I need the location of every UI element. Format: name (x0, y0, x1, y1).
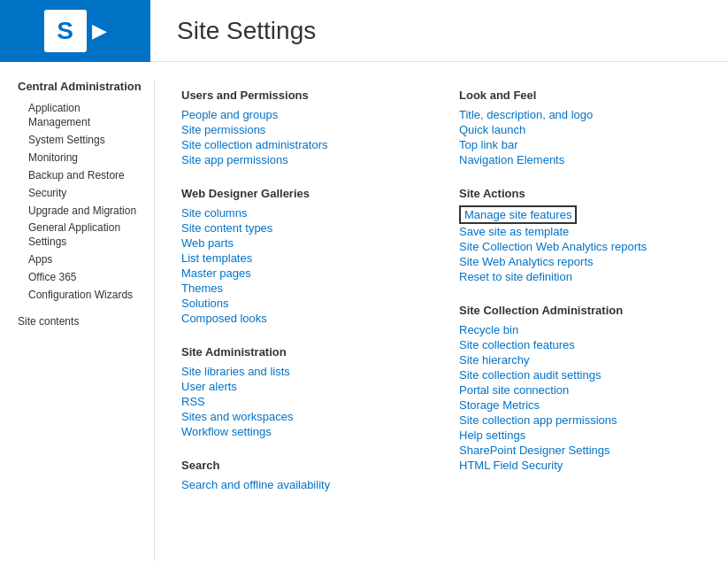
section-site-actions: Site Actions Manage site features Save s… (459, 187, 701, 284)
link-site-content-types[interactable]: Site content types (181, 220, 424, 235)
sidebar-item-system-settings[interactable]: System Settings (18, 131, 145, 149)
section-site-administration: Site Administration Site libraries and l… (181, 345, 424, 439)
link-save-site-template[interactable]: Save site as template (459, 224, 701, 239)
link-site-collection-admins[interactable]: Site collection administrators (181, 137, 424, 152)
header: S ▶ Site Settings (0, 0, 728, 62)
link-recycle-bin[interactable]: Recycle bin (459, 322, 701, 337)
section-title-web-designer: Web Designer Galleries (181, 187, 424, 200)
logo-block: S ▶ (0, 0, 150, 62)
link-site-hierarchy[interactable]: Site hierarchy (459, 352, 701, 367)
link-search-offline[interactable]: Search and offline availability (181, 477, 424, 492)
link-site-web-analytics[interactable]: Site Web Analytics reports (459, 254, 701, 269)
link-html-field-security[interactable]: HTML Field Security (459, 458, 701, 473)
page-title: Site Settings (150, 17, 316, 45)
link-site-collection-features[interactable]: Site collection features (459, 337, 701, 352)
section-site-collection-admin: Site Collection Administration Recycle b… (459, 304, 701, 473)
sidebar: Central Administration Application Manag… (0, 80, 155, 561)
link-site-libraries-lists[interactable]: Site libraries and lists (181, 364, 424, 379)
link-manage-site-features[interactable]: Manage site features (459, 205, 577, 224)
section-title-site-admin: Site Administration (181, 345, 424, 359)
link-people-groups[interactable]: People and groups (181, 107, 424, 122)
link-list-templates[interactable]: List templates (181, 251, 424, 266)
link-quick-launch[interactable]: Quick launch (459, 122, 701, 137)
sidebar-item-config-wizards[interactable]: Configuration Wizards (18, 286, 145, 304)
main-container: Central Administration Application Manag… (0, 62, 728, 579)
col2: Look and Feel Title, description, and lo… (459, 89, 701, 512)
section-title-look-feel: Look and Feel (459, 89, 701, 102)
link-site-permissions[interactable]: Site permissions (181, 122, 424, 137)
section-web-designer-galleries: Web Designer Galleries Site columns Site… (181, 187, 424, 326)
section-title-site-collection-admin: Site Collection Administration (459, 304, 701, 317)
link-master-pages[interactable]: Master pages (181, 266, 424, 281)
link-sharepoint-designer-settings[interactable]: SharePoint Designer Settings (459, 443, 701, 458)
link-site-collection-web-analytics[interactable]: Site Collection Web Analytics reports (459, 239, 701, 254)
link-rss[interactable]: RSS (181, 394, 424, 409)
sidebar-heading: Central Administration (18, 80, 145, 93)
sidebar-item-general-app-settings[interactable]: General Application Settings (18, 220, 145, 251)
link-storage-metrics[interactable]: Storage Metrics (459, 398, 701, 413)
sidebar-item-backup-restore[interactable]: Backup and Restore (18, 166, 145, 184)
logo-arrow-icon: ▶ (92, 19, 107, 42)
sidebar-item-apps[interactable]: Apps (18, 251, 145, 268)
section-title-site-actions: Site Actions (459, 187, 701, 200)
link-navigation-elements[interactable]: Navigation Elements (459, 152, 701, 167)
link-composed-looks[interactable]: Composed looks (181, 311, 424, 326)
link-site-collection-app-permissions[interactable]: Site collection app permissions (459, 413, 701, 428)
link-site-app-permissions[interactable]: Site app permissions (181, 152, 424, 167)
link-themes[interactable]: Themes (181, 281, 424, 296)
sidebar-item-app-management[interactable]: Application Management (18, 100, 145, 131)
link-workflow-settings[interactable]: Workflow settings (181, 424, 424, 439)
section-title-users-permissions: Users and Permissions (181, 89, 424, 102)
link-top-link-bar[interactable]: Top link bar (459, 137, 701, 152)
content-area: Users and Permissions People and groups … (155, 80, 728, 561)
sidebar-item-monitoring[interactable]: Monitoring (18, 149, 145, 166)
sidebar-item-upgrade-migration[interactable]: Upgrade and Migration (18, 202, 145, 220)
link-sites-workspaces[interactable]: Sites and workspaces (181, 409, 424, 424)
section-title-search: Search (181, 459, 424, 472)
sidebar-item-security[interactable]: Security (18, 184, 145, 202)
link-site-collection-audit[interactable]: Site collection audit settings (459, 367, 701, 382)
col1: Users and Permissions People and groups … (181, 89, 424, 512)
section-look-feel: Look and Feel Title, description, and lo… (459, 89, 701, 167)
link-title-description-logo[interactable]: Title, description, and logo (459, 107, 701, 122)
sidebar-footer-site-contents[interactable]: Site contents (18, 313, 145, 330)
link-portal-site-connection[interactable]: Portal site connection (459, 382, 701, 398)
link-solutions[interactable]: Solutions (181, 296, 424, 311)
sidebar-item-office365[interactable]: Office 365 (18, 268, 145, 286)
link-help-settings[interactable]: Help settings (459, 428, 701, 443)
link-site-columns[interactable]: Site columns (181, 205, 424, 220)
link-reset-site-definition[interactable]: Reset to site definition (459, 269, 701, 284)
link-web-parts[interactable]: Web parts (181, 235, 424, 251)
sharepoint-logo: S (44, 10, 87, 52)
section-users-permissions: Users and Permissions People and groups … (181, 89, 424, 167)
link-user-alerts[interactable]: User alerts (181, 379, 424, 394)
section-search: Search Search and offline availability (181, 459, 424, 492)
